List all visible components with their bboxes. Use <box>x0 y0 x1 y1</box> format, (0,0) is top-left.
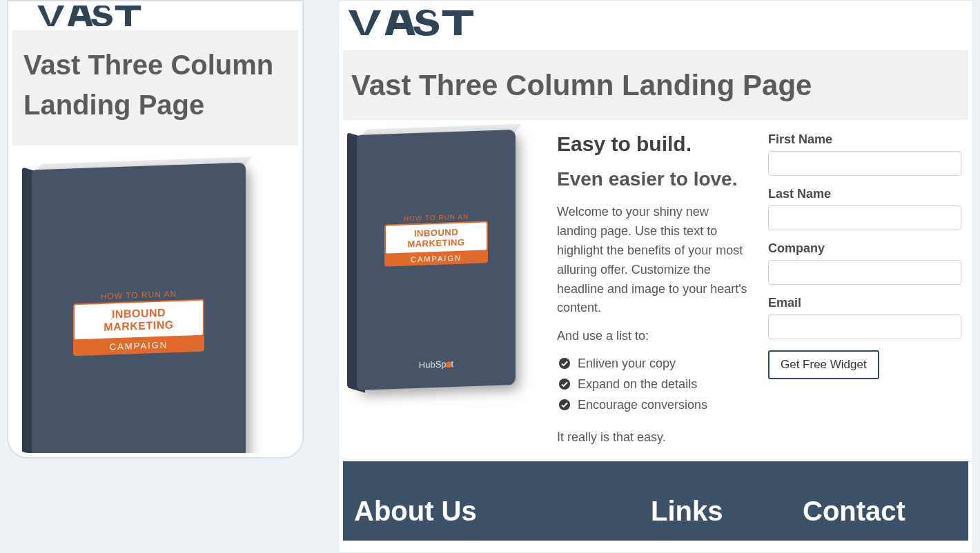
desktop-body: HOW TO RUN AN INBOUND MARKETING CAMPAIGN… <box>343 120 968 461</box>
mobile-page-title: Vast Three Column Landing Page <box>23 45 287 125</box>
svg-point-6 <box>559 399 570 410</box>
page-title: Vast Three Column Landing Page <box>351 69 960 102</box>
headline-secondary: Even easier to love. <box>557 168 747 190</box>
last-name-label: Last Name <box>768 187 961 201</box>
mobile-preview-frame: Vast Three Column Landing Page HOW TO RU… <box>7 0 304 459</box>
footer-contact-heading: Contact <box>803 496 957 527</box>
check-circle-icon <box>558 356 571 369</box>
benefits-list: Enliven your copy Expand on the details <box>557 354 747 415</box>
ebook-badge: HOW TO RUN AN INBOUND MARKETING CAMPAIGN <box>384 212 488 267</box>
mobile-title-section: Vast Three Column Landing Page <box>12 31 298 145</box>
first-name-label: First Name <box>768 132 961 147</box>
badge-mid-text: INBOUND MARKETING <box>384 221 488 255</box>
desktop-header <box>343 5 968 51</box>
list-item: Enliven your copy <box>572 354 747 374</box>
badge-mid-text: INBOUND MARKETING <box>73 299 204 341</box>
hero-image-column: HOW TO RUN AN INBOUND MARKETING CAMPAIGN… <box>350 132 536 445</box>
footer-about-heading: About Us <box>354 496 651 527</box>
last-name-field[interactable] <box>768 205 961 230</box>
intro-paragraph: Welcome to your shiny new landing page. … <box>557 203 747 318</box>
svg-point-5 <box>559 379 570 390</box>
check-circle-icon <box>558 398 571 410</box>
company-label: Company <box>768 241 961 256</box>
list-item: Expand on the details <box>572 375 747 394</box>
footer: About Us Links Contact <box>343 461 968 541</box>
list-item-label: Encourage conversions <box>578 398 707 412</box>
form-column: First Name Last Name Company Email <box>768 132 961 445</box>
email-field[interactable] <box>768 314 961 339</box>
list-item: Encourage conversions <box>572 396 747 415</box>
ebook-cover: HOW TO RUN AN INBOUND MARKETING CAMPAIGN… <box>357 130 516 390</box>
preview-viewport: Vast Three Column Landing Page HOW TO RU… <box>0 0 980 553</box>
footer-links-heading: Links <box>651 496 803 527</box>
company-field[interactable] <box>768 260 961 285</box>
vast-logo <box>19 6 164 26</box>
mobile-hero-image: HOW TO RUN AN INBOUND MARKETING CAMPAIGN <box>12 145 298 453</box>
email-label: Email <box>768 296 961 310</box>
desktop-preview-frame: Vast Three Column Landing Page HOW TO RU… <box>338 0 973 553</box>
list-item-label: Expand on the details <box>578 377 697 391</box>
svg-marker-2 <box>349 10 381 35</box>
check-circle-icon <box>558 377 571 390</box>
ebook-cover: HOW TO RUN AN INBOUND MARKETING CAMPAIGN <box>32 163 246 453</box>
list-item-label: Enliven your copy <box>578 356 676 370</box>
hubspot-logo: HubSpt <box>419 359 453 370</box>
vast-logo <box>349 8 480 38</box>
desktop-title-section: Vast Three Column Landing Page <box>343 51 968 120</box>
svg-marker-0 <box>37 6 64 26</box>
copy-column: Easy to build. Even easier to love. Welc… <box>557 132 747 445</box>
first-name-field[interactable] <box>768 151 961 176</box>
ebook-badge: HOW TO RUN AN INBOUND MARKETING CAMPAIGN <box>73 288 204 356</box>
mobile-header <box>12 6 298 31</box>
svg-marker-1 <box>115 6 141 26</box>
list-intro: And use a list to: <box>557 329 747 343</box>
svg-point-4 <box>559 358 570 369</box>
submit-button[interactable]: Get Free Widget <box>768 350 879 379</box>
svg-marker-3 <box>442 10 473 35</box>
mobile-preview-inner: Vast Three Column Landing Page HOW TO RU… <box>12 6 298 453</box>
closing-paragraph: It really is that easy. <box>557 430 747 445</box>
headline-primary: Easy to build. <box>557 132 747 156</box>
